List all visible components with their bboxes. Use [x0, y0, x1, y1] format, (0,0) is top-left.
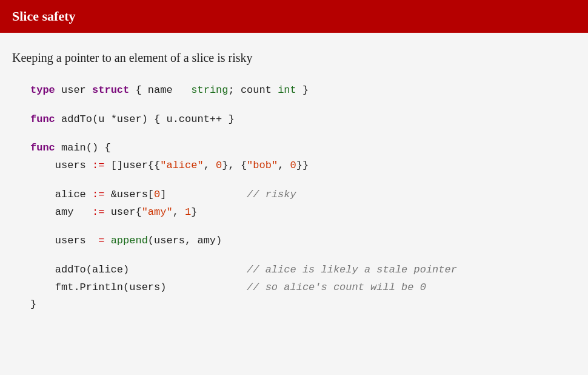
code-block: type user struct { name string; count in…: [12, 82, 576, 314]
header: Slice safety: [0, 0, 588, 33]
content: Keeping a pointer to an element of a sli…: [0, 33, 588, 326]
page-title: Slice safety: [12, 8, 75, 24]
subtitle: Keeping a pointer to an element of a sli…: [12, 51, 576, 65]
